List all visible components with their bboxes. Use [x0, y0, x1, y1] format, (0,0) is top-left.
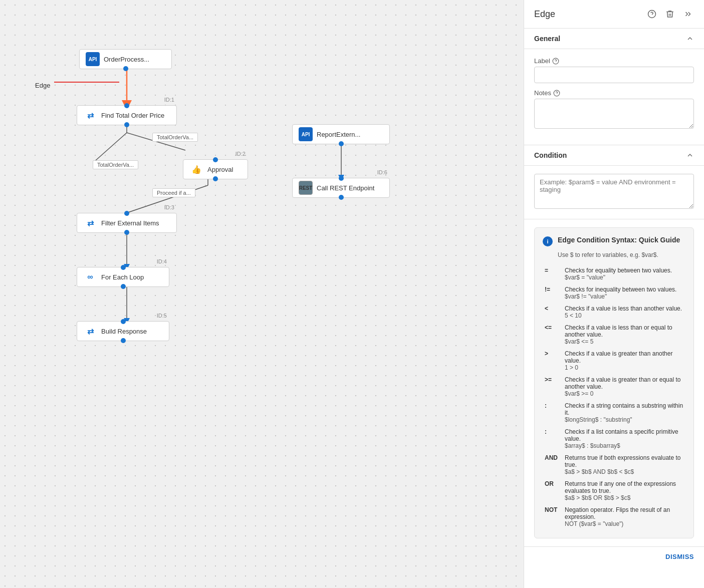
general-section-header[interactable]: General [524, 29, 704, 49]
guide-op: : [543, 426, 563, 452]
node-label-filter: Filter External Items [101, 219, 159, 227]
node-label-order: OrderProcess... [104, 56, 149, 63]
help-icon[interactable] [646, 8, 658, 20]
api-icon-order: API [86, 52, 100, 66]
general-section-content: Label Notes [524, 49, 704, 145]
guide-op: = [543, 264, 563, 283]
panel-title: Edge [534, 9, 646, 20]
conn-dot-bottom-find [124, 122, 129, 127]
conn-dot-bottom-build [121, 338, 126, 343]
guide-op: AND [543, 452, 563, 478]
guide-desc: Negation operator. Flips the result of a… [563, 504, 685, 530]
quick-guide-header: i Edge Condition Syntax: Quick Guide [543, 236, 685, 246]
condition-section-content [524, 166, 704, 219]
node-call-rest[interactable]: ID:6 REST Call REST Endpoint [292, 178, 390, 198]
node-label-foreach: For Each Loop [101, 273, 144, 281]
guide-op: <= [543, 322, 563, 348]
node-report-extern[interactable]: API ReportExtern... [292, 124, 390, 144]
notes-help-icon[interactable] [553, 90, 560, 97]
panel-header-icons [646, 8, 694, 20]
transform-icon-filter: ⇄ [83, 216, 97, 230]
guide-op: >= [543, 374, 563, 400]
guide-row: >= Checks if a value is greater than or … [543, 374, 685, 400]
api-icon-report: API [299, 127, 313, 141]
guide-desc: Checks if a value is greater than anothe… [563, 348, 685, 374]
conn-dot-top-build [121, 319, 126, 324]
guide-desc: Checks if a value is less than or equal … [563, 322, 685, 348]
guide-row: NOT Negation operator. Flips the result … [543, 504, 685, 530]
canvas-edge-label: Edge [35, 82, 50, 89]
guide-op: < [543, 303, 563, 322]
condition-textarea[interactable] [534, 174, 694, 209]
dismiss-button[interactable]: DISMISS [665, 553, 694, 560]
node-label-find-total: Find Total Order Price [101, 112, 164, 119]
delete-icon[interactable] [664, 8, 676, 20]
notes-textarea[interactable] [534, 99, 694, 129]
conn-dot-top-foreach [121, 265, 126, 270]
node-find-total[interactable]: ID:1 ⇄ Find Total Order Price [77, 105, 177, 125]
transform-icon-find-total: ⇄ [83, 108, 97, 122]
node-id-find-total: ID:1 [164, 97, 174, 103]
node-approval[interactable]: ID:2 👍 Approval [183, 159, 248, 179]
connections-svg [0, 0, 524, 588]
rest-icon: REST [299, 181, 313, 195]
dismiss-bar: DISMISS [524, 546, 704, 566]
guide-desc: Returns true if any one of the expressio… [563, 478, 685, 504]
guide-desc: Checks if a value is less than another v… [563, 303, 685, 322]
node-id-approval: ID:2 [236, 151, 246, 157]
label-input[interactable] [534, 67, 694, 83]
guide-op: != [543, 283, 563, 303]
general-collapse-icon [686, 35, 694, 43]
condition-collapse-icon [686, 151, 694, 159]
panel-header: Edge [524, 0, 704, 29]
node-id-foreach: ID:4 [157, 258, 167, 264]
node-label-build: Build Response [101, 328, 147, 335]
edge-label-totalorderva-2: TotalOrderVa... [93, 160, 138, 169]
conn-dot-top-approval [213, 157, 218, 162]
condition-section-header[interactable]: Condition [524, 145, 704, 166]
guide-desc: Checks if a list contains a specific pri… [563, 426, 685, 452]
edge-label-proceed: Proceed if a... [152, 188, 195, 197]
guide-desc: Checks for equality between two values.$… [563, 264, 685, 283]
conn-dot-top-find [124, 103, 129, 108]
notes-field: Notes [534, 89, 694, 131]
node-order-process[interactable]: API OrderProcess... [79, 49, 172, 69]
transform-icon-build: ⇄ [83, 324, 97, 338]
guide-op: NOT [543, 504, 563, 530]
node-id-build: ID:5 [157, 313, 167, 319]
node-id-filter: ID:3 [164, 204, 174, 210]
info-icon: i [543, 236, 553, 246]
approval-icon: 👍 [189, 162, 203, 176]
guide-desc: Returns true if both expressions evaluat… [563, 452, 685, 478]
svg-line-3 [95, 133, 127, 161]
label-field-label: Label [534, 57, 694, 65]
guide-desc: Checks if a string contains a substring … [563, 400, 685, 426]
node-build-response[interactable]: ID:5 ⇄ Build Response [77, 321, 169, 341]
node-filter-external[interactable]: ID:3 ⇄ Filter External Items [77, 213, 177, 233]
guide-desc: Checks if a value is greater than or equ… [563, 374, 685, 400]
guide-op: OR [543, 478, 563, 504]
node-for-each[interactable]: ID:4 ∞ For Each Loop [77, 267, 169, 287]
quick-guide-title: Edge Condition Syntax: Quick Guide [558, 236, 680, 244]
guide-table: = Checks for equality between two values… [543, 264, 685, 530]
guide-row: = Checks for equality between two values… [543, 264, 685, 283]
guide-op: > [543, 348, 563, 374]
conn-dot-bottom-order [123, 66, 128, 71]
collapse-panel-icon[interactable] [682, 8, 694, 20]
loop-icon: ∞ [83, 270, 97, 284]
quick-guide-subtitle: Use $ to refer to variables, e.g. $var$. [543, 251, 685, 258]
selected-edge-line [54, 82, 119, 83]
general-section-title: General [534, 35, 686, 43]
quick-guide-box: i Edge Condition Syntax: Quick Guide Use… [534, 227, 694, 538]
node-id-rest: ID:6 [377, 169, 387, 175]
guide-row: AND Returns true if both expressions eva… [543, 452, 685, 478]
node-label-approval: Approval [207, 166, 233, 173]
guide-row: != Checks for inequality between two val… [543, 283, 685, 303]
conn-dot-top-rest [339, 176, 344, 181]
guide-op: : [543, 400, 563, 426]
guide-row: < Checks if a value is less than another… [543, 303, 685, 322]
label-help-icon[interactable] [552, 58, 559, 65]
guide-desc: Checks for inequality between two values… [563, 283, 685, 303]
conn-dot-bottom-report [339, 141, 344, 146]
conn-dot-top-filter [124, 211, 129, 216]
